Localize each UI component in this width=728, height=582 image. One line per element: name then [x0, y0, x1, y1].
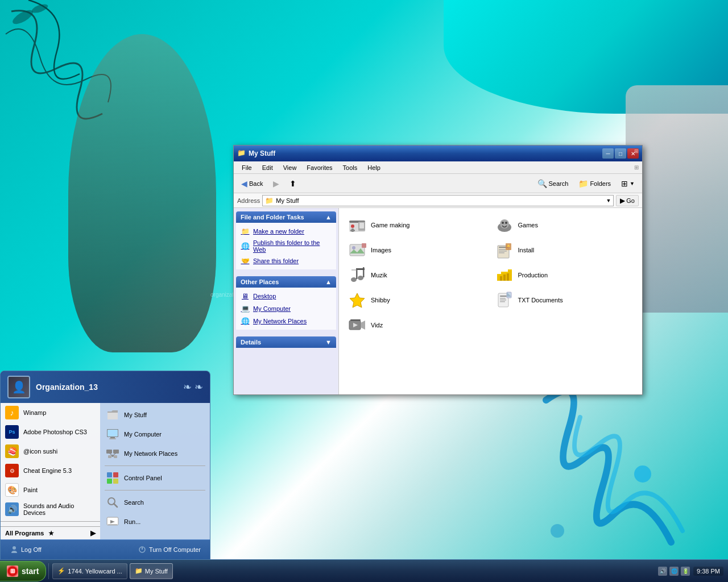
- menu-item-cheat-engine[interactable]: ⚙ Cheat Engine 5.3: [1, 461, 100, 480]
- address-input[interactable]: 📁 My Stuff ▼: [262, 195, 614, 206]
- address-dropdown[interactable]: ▼: [606, 198, 611, 203]
- file-item-shibby[interactable]: Shibby: [345, 289, 490, 311]
- paint-icon: 🎨: [5, 483, 19, 497]
- start-menu-header: 👤 Organization_13 ❧ ❧: [1, 371, 210, 403]
- header-decoration: ❧ ❧: [183, 381, 203, 393]
- tray-icon-1[interactable]: 🔊: [658, 567, 667, 576]
- run-icon: [106, 515, 119, 529]
- my-network-places-link[interactable]: 🌐 My Network Places: [238, 315, 334, 327]
- forward-icon: ▶: [273, 179, 279, 188]
- log-off-button[interactable]: Log Off: [5, 543, 46, 556]
- desktop-link[interactable]: 🖥 Desktop: [238, 290, 334, 302]
- desktop-label: Desktop: [253, 293, 276, 300]
- file-item-game-making[interactable]: Game making: [345, 214, 490, 236]
- menu-view[interactable]: View: [279, 163, 301, 172]
- window-control-buttons[interactable]: ─ □ ✕: [602, 148, 639, 159]
- right-item-control-panel[interactable]: Control Panel: [100, 468, 210, 488]
- desktop-icon: 🖥: [241, 292, 250, 301]
- views-button[interactable]: ⊞ ▼: [617, 177, 639, 190]
- make-new-folder-link[interactable]: 📁 Make a new folder: [238, 225, 334, 238]
- svg-rect-29: [356, 268, 365, 270]
- menu-item-sounds[interactable]: 🔊 Sounds and Audio Devices: [1, 500, 100, 519]
- svg-point-65: [13, 546, 16, 550]
- svg-rect-21: [499, 251, 507, 252]
- views-icon: ⊞: [621, 179, 628, 188]
- game-making-label: Game making: [371, 222, 410, 228]
- taskbar-item-winamp-label: 1744. Yellowcard ...: [68, 568, 122, 575]
- sounds-label: Sounds and Audio Devices: [23, 502, 96, 516]
- taskbar: ⊞ start ⚡ 1744. Yellowcard ... 📁 My Stuf…: [0, 559, 728, 582]
- maximize-button[interactable]: □: [615, 148, 626, 159]
- details-header[interactable]: Details ▼: [236, 336, 336, 348]
- file-item-vidz[interactable]: Vidz: [345, 314, 490, 336]
- right-divider-2: [105, 490, 205, 490]
- install-label: Install: [518, 247, 535, 253]
- my-computer-icon: 💻: [241, 304, 250, 313]
- taskbar-divider: [48, 563, 49, 579]
- share-folder-link[interactable]: 🤝 Share this folder: [238, 255, 334, 267]
- file-grid: Game making Games: [345, 214, 636, 336]
- go-label: Go: [626, 197, 635, 204]
- file-item-install[interactable]: Install: [492, 239, 637, 261]
- my-computer-link[interactable]: 💻 My Computer: [238, 302, 334, 315]
- game-making-icon: [348, 216, 366, 234]
- minimize-button[interactable]: ─: [602, 148, 614, 159]
- file-item-muzik[interactable]: Muzik: [345, 264, 490, 286]
- taskbar-item-winamp[interactable]: ⚡ 1744. Yellowcard ...: [52, 563, 127, 579]
- other-places-header[interactable]: Other Places ▲: [236, 276, 336, 288]
- folders-button[interactable]: 📁 Folders: [574, 177, 615, 190]
- window-titlebar: 📁 My Stuff ⊞ ─ □ ✕: [234, 146, 642, 161]
- my-computer-label: My Computer: [124, 431, 162, 438]
- start-menu: 👤 Organization_13 ❧ ❧ ♪ Winamp Ps Adobe …: [0, 371, 210, 559]
- file-folder-tasks-header[interactable]: File and Folder Tasks ▲: [236, 211, 336, 223]
- taskbar-item-my-stuff-label: My Stuff: [145, 568, 168, 575]
- svg-rect-33: [507, 273, 509, 281]
- menu-item-icon-sushi[interactable]: 🍣 @icon sushi: [1, 442, 100, 461]
- right-panel: Game making Games: [339, 208, 642, 394]
- file-item-txt-documents[interactable]: TXT Documents: [492, 289, 637, 311]
- file-item-production[interactable]: Production: [492, 264, 637, 286]
- svg-line-61: [114, 504, 117, 507]
- tray-icon-3[interactable]: 🔋: [681, 567, 690, 576]
- forward-button[interactable]: ▶: [269, 177, 283, 190]
- images-label: Images: [371, 247, 391, 253]
- all-programs-item[interactable]: All Programs ★ ▶: [1, 526, 100, 539]
- menu-tools[interactable]: Tools: [338, 163, 362, 172]
- make-new-folder-label: Make a new folder: [253, 228, 304, 235]
- right-item-run[interactable]: Run...: [100, 512, 210, 531]
- menu-item-winamp[interactable]: ♪ Winamp: [1, 403, 100, 422]
- right-item-search[interactable]: Search: [100, 493, 210, 512]
- svg-rect-36: [500, 296, 507, 297]
- right-item-my-computer[interactable]: My Computer: [100, 425, 210, 444]
- svg-rect-43: [350, 319, 361, 321]
- menu-item-photoshop[interactable]: Ps Adobe Photoshop CS3: [1, 422, 100, 442]
- menu-favorites[interactable]: Favorites: [302, 163, 337, 172]
- start-button[interactable]: ⊞ start: [0, 561, 46, 581]
- go-button[interactable]: ▶ Go: [616, 195, 639, 206]
- games-icon: [495, 216, 514, 234]
- right-item-my-stuff[interactable]: My Stuff: [100, 405, 210, 425]
- file-item-games[interactable]: Games: [492, 214, 637, 236]
- up-button[interactable]: ⬆: [286, 177, 300, 190]
- folders-label: Folders: [590, 180, 611, 187]
- taskbar-item-my-stuff[interactable]: 📁 My Stuff: [130, 563, 173, 579]
- svg-rect-52: [114, 455, 117, 458]
- menu-edit[interactable]: Edit: [258, 163, 278, 172]
- svg-point-14: [505, 222, 507, 224]
- svg-rect-47: [110, 437, 115, 438]
- collapse-icon: ▲: [325, 214, 332, 221]
- window-toolbar: ◀ Back ▶ ⬆ 🔍 Search 📁 Folders ⊞ ▼: [234, 174, 642, 193]
- file-item-images[interactable]: Images: [345, 239, 490, 261]
- turn-off-button[interactable]: Turn Off Computer: [133, 543, 205, 556]
- back-button[interactable]: ◀ Back: [237, 177, 267, 190]
- shibby-label: Shibby: [371, 297, 390, 304]
- menu-help[interactable]: Help: [363, 163, 385, 172]
- menu-item-paint[interactable]: 🎨 Paint: [1, 480, 100, 500]
- publish-folder-link[interactable]: 🌐 Publish this folder to the Web: [238, 238, 334, 255]
- other-places-collapse-icon: ▲: [325, 278, 332, 285]
- right-item-my-network[interactable]: My Network Places: [100, 444, 210, 463]
- windows-branding: ⊞: [634, 164, 639, 171]
- menu-file[interactable]: File: [237, 163, 257, 172]
- search-button[interactable]: 🔍 Search: [533, 177, 573, 190]
- tray-icon-2[interactable]: 🌐: [669, 567, 679, 576]
